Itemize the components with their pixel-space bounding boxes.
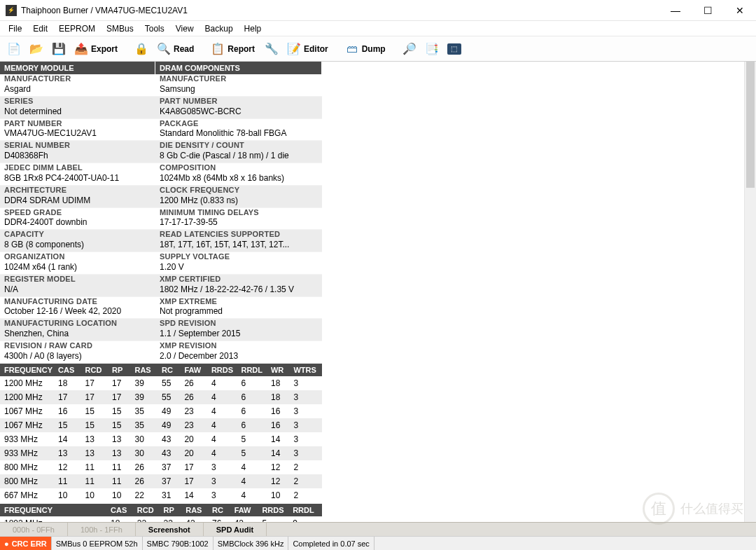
table-cell: 4 [210,404,240,418]
table-row: 933 MHz13131330432045143 [0,446,322,460]
minimize-button[interactable]: — [659,0,692,21]
copy-icon: 📑 [425,42,439,56]
read-button[interactable]: 🔍Read [154,39,198,59]
table-row: 800 MHz11111126371734122 [0,474,322,488]
maximize-button[interactable]: ☐ [692,0,724,21]
open-button[interactable]: 📂 [27,39,46,59]
table-cell: 35 [133,418,160,432]
menu-backup[interactable]: Backup [200,22,239,35]
field-value: 2.0 / December 2013 [160,351,318,362]
table-cell: 3 [292,404,322,418]
tab-range-high[interactable]: 100h - 1FFh [68,523,136,536]
header-dram-components: DRAM COMPONENTS [155,62,322,74]
field-key: XMP CERTIFIED [160,275,318,284]
tab-screenshot[interactable]: Screenshot [136,523,204,536]
field-value: 4300h / A0 (8 layers) [4,351,151,362]
table-cell: 4 [210,446,240,460]
table-cell: 76 [211,516,233,522]
editor-button[interactable]: 📝Editor [284,39,332,59]
tool-button[interactable]: 🔧 [262,39,281,59]
field-key: REVISION / RAW CARD [4,341,151,351]
table-cell: 11 [84,474,111,488]
new-button[interactable]: 📄 [4,39,24,59]
menu-file[interactable]: File [3,22,27,35]
field-value: October 12-16 / Week 42, 2020 [4,306,151,317]
table-cell: 11 [111,474,133,488]
table-cell: 10 [270,488,292,502]
vertical-scrollbar[interactable] [744,62,756,522]
save-button[interactable]: 💾 [49,39,69,59]
menu-eeprom[interactable]: EEPROM [53,22,101,35]
tab-range-low[interactable]: 000h - 0FFh [0,523,68,536]
table-cell: 3 [292,446,322,460]
timing-table: FREQUENCYCASRCDRPRASRCFAWRRDSRRDLWRWTRS … [0,364,322,502]
field-key: CAPACITY [4,230,151,240]
copy-button[interactable]: 📑 [422,39,442,59]
menu-help[interactable]: Help [239,22,267,35]
titlebar: ⚡ Thaiphoon Burner / VMA47UG-MEC1U2AV1 —… [0,0,756,21]
field-value: DDR4 SDRAM UDIMM [4,195,151,206]
field-key: MINIMUM TIMING DELAYS [160,208,318,218]
table-row: 800 MHz12111126371734122 [0,460,322,474]
report-button[interactable]: 📋Report [208,39,259,59]
table-cell: 15 [84,404,111,418]
info-row: CAPACITY8 GB (8 components)READ LATENCIE… [0,230,322,252]
table-cell: 1200 MHz [0,390,57,404]
col-header: RRDL [239,364,270,376]
table-cell: 1067 MHz [0,404,57,418]
table-row: 1200 MHz17171739552646183 [0,390,322,404]
info-row: MANUFACTURING LOCATIONShenzhen, ChinaSPD… [0,319,322,341]
info-row: SERIAL NUMBERD408368FhDIE DENSITY / COUN… [0,141,322,163]
menu-edit[interactable]: Edit [27,22,53,35]
table-cell: 39 [133,390,160,404]
table-cell: 933 MHz [0,446,57,460]
field-key: PART NUMBER [160,97,318,106]
tab-spd-audit[interactable]: SPD Audit [204,523,267,536]
table-cell: 13 [111,446,133,460]
table-cell: 17 [183,460,210,474]
editor-icon: 📝 [287,42,301,56]
menu-smbus[interactable]: SMBus [101,22,139,35]
table-cell: 9 [291,516,322,522]
table-cell: 42 [184,516,211,522]
field-value: Asgard [4,84,151,95]
close-button[interactable]: ✕ [724,0,756,21]
table-cell: 11 [57,474,84,488]
status-bar: ●CRC ERR SMBus 0 EEPROM 52h SMBC 790B:10… [0,536,756,550]
table-cell: 6 [239,404,270,418]
watermark: 值 什么值得买 [643,491,748,526]
table-cell: 16 [270,404,292,418]
table-cell: 26 [183,376,210,390]
table-cell: 4 [210,432,240,446]
table-cell: 933 MHz [0,432,57,446]
table-cell: 18 [57,376,84,390]
table-cell: 10 [57,488,84,502]
field-key: XMP EXTREME [160,297,318,307]
chip-button[interactable]: ⬚ [444,39,464,59]
table-cell: 16 [270,418,292,432]
table-cell: 3 [210,488,240,502]
dump-button[interactable]: 🗃Dump [342,39,390,59]
table-cell: 26 [183,390,210,404]
table-cell: 16 [57,404,84,418]
save-icon: 💾 [52,42,66,56]
table-cell: 15 [111,418,133,432]
lock-button[interactable]: 🔒 [132,39,151,59]
table-cell: 6 [239,418,270,432]
search-button[interactable]: 🔎 [400,39,419,59]
menu-view[interactable]: View [170,22,200,35]
table-cell: 20 [183,432,210,446]
scrollbar-thumb[interactable] [746,62,755,188]
table-cell: 18 [270,390,292,404]
col-header: RCD [84,364,111,376]
table-cell: 30 [133,432,160,446]
menu-tools[interactable]: Tools [139,22,170,35]
info-panel: MEMORY MODULE DRAM COMPONENTS MANUFACTUR… [0,62,322,522]
export-button[interactable]: 📤Export [71,39,122,59]
blank-area [322,62,756,522]
table-cell: 17 [183,474,210,488]
table-cell: 13 [111,432,133,446]
export-icon: 📤 [74,42,88,56]
col-header: RRDS [260,504,291,516]
report-icon: 📋 [211,42,225,56]
